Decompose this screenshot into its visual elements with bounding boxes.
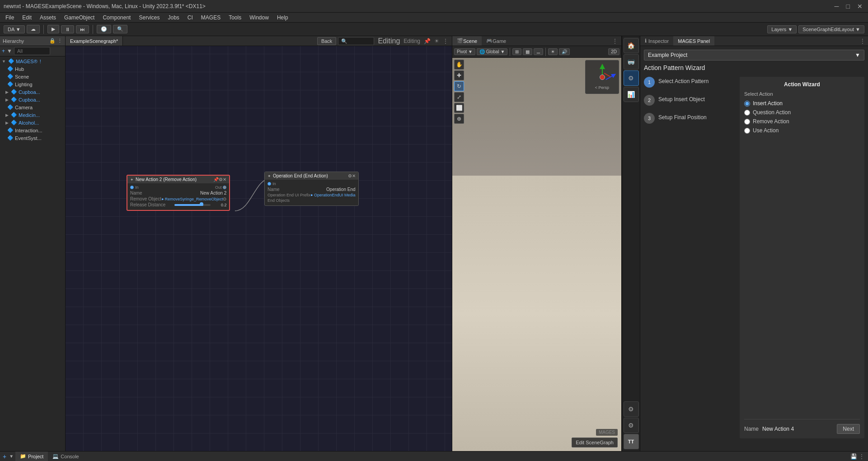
node2-prefix-value[interactable]: ● OperationEndUI Media [310,193,356,197]
pause-btn[interactable]: ⏸ [61,25,74,33]
mages-panel-tab[interactable]: MAGES Panel [673,36,714,46]
tool-rotate[interactable]: ↻ [454,81,464,91]
pivot-btn[interactable]: Pivot ▼ [454,48,475,55]
next-btn[interactable]: Next [837,424,860,434]
menu-edit[interactable]: Edit [19,14,35,22]
rect-tool[interactable]: ⊞ [512,48,521,55]
tool-scale[interactable]: ⤢ [454,92,464,102]
proj-more-icon[interactable]: ⋮ [859,453,864,460]
play-btn[interactable]: ▶ [47,25,59,33]
sg-settings-icon[interactable]: ☀ [434,38,439,44]
hierarchy-add-btn[interactable]: + [2,48,5,54]
hierarchy-search-input[interactable] [14,47,50,55]
tool-transform[interactable]: ⊕ [454,114,464,124]
proj-save-icon[interactable]: 💾 [850,453,857,460]
scene-tab-scene[interactable]: 🎬 Scene [452,36,482,46]
action-radio-question[interactable] [744,110,750,116]
window-controls[interactable]: ─ □ ✕ [833,3,864,10]
hier-item-medicine[interactable]: ▶ 🔷 Medicin... [0,111,65,119]
project-dropdown[interactable]: Example Project ▼ [644,50,864,61]
hier-item-interaction[interactable]: 🔷 Interaction... [0,126,65,134]
scene-graph-canvas[interactable]: ✦ New Action 2 (Remove Action) 📌 ⚙ ✕ In … [66,46,452,451]
action-option-insert[interactable]: Insert Action [744,100,860,107]
node1-settings[interactable]: ⚙ [219,177,223,182]
grid-tool[interactable]: ▦ [523,48,532,55]
menu-help[interactable]: Help [273,14,292,22]
sg-pin-icon[interactable]: 📌 [424,38,431,44]
hier-item-mages[interactable]: ▼ 🔷 MAGES® ! [0,57,65,65]
project-add-btn[interactable]: + [0,453,9,460]
light-btn[interactable]: ☀ [548,48,558,55]
node1-removeobj-value[interactable]: ● RemoveSyringe_RemoveObject [161,197,223,201]
menu-mages[interactable]: MAGES [197,14,224,22]
step-label-2[interactable]: Setup Insert Object [658,95,705,102]
action-option-question[interactable]: Question Action [744,109,860,116]
node1-out-port[interactable] [223,186,226,189]
action-radio-use[interactable] [744,128,750,134]
menu-jobs[interactable]: Jobs [164,14,183,22]
layers-btn[interactable]: Layers ▼ [767,25,797,33]
history-btn[interactable]: 🕐 [97,25,111,33]
global-btn[interactable]: 🌐 Global ▼ [477,48,507,55]
hierarchy-lock-icon[interactable]: 🔒 [49,38,56,44]
layout-btn[interactable]: SceneGraphEditLayout ▼ [798,25,864,33]
edit-scenegraph-btn[interactable]: Edit SceneGraph [572,438,618,447]
hier-item-lighting[interactable]: 🔷 Lighting [0,80,65,88]
menu-ci[interactable]: CI [184,14,197,22]
console-tab[interactable]: 💻 Console [48,452,83,461]
menu-file[interactable]: File [2,14,18,22]
close-btn[interactable]: ✕ [855,3,864,10]
avatar-icon-btn[interactable]: TT [624,434,639,449]
maximize-btn[interactable]: □ [845,3,852,10]
cloud-btn[interactable]: ☁ [27,25,40,33]
sg-node-remove-action[interactable]: ✦ New Action 2 (Remove Action) 📌 ⚙ ✕ In … [127,175,230,211]
action-radio-remove[interactable] [744,119,750,125]
project-tab[interactable]: 📁 Project [15,452,48,461]
menu-services[interactable]: Services [135,14,163,22]
inspector-tab[interactable]: ℹ Inspector [640,36,673,46]
search-btn[interactable]: 🔍 [113,25,127,33]
project-dropdown-btn[interactable]: ▼ [9,454,14,459]
node1-in-port[interactable] [130,186,134,189]
node1-removeobj-btn[interactable]: ⊙ [223,196,226,201]
back-btn[interactable]: Back [317,37,336,45]
tool-rect[interactable]: ⬜ [454,103,464,113]
node2-settings[interactable]: ⚙ [348,173,352,178]
menu-tools[interactable]: Tools [225,14,245,22]
scene-tab-game[interactable]: 🎮 Game [482,36,511,46]
node1-slider[interactable] [174,204,211,206]
node2-in-port[interactable] [267,182,271,186]
action-option-use[interactable]: Use Action [744,127,860,134]
action-option-remove[interactable]: Remove Action [744,118,860,125]
audio-btn[interactable]: 🔊 [559,48,570,55]
minimize-btn[interactable]: ─ [833,3,841,10]
node1-pin[interactable]: 📌 [213,177,219,182]
menu-component[interactable]: Component [99,14,134,22]
hier-item-alcohol[interactable]: ▶ 🔷 Alcohol... [0,119,65,126]
settings1-icon-btn[interactable]: ⚙ [624,401,639,417]
inspector-more[interactable]: ⋮ [860,38,865,44]
menu-window[interactable]: Window [246,14,272,22]
vr-icon-btn[interactable]: 🥽 [624,54,639,70]
settings2-icon-btn[interactable]: ⚙ [624,418,639,433]
sg-node-operation-end[interactable]: ✦ Operation End (End Action) ⚙ ✕ In Name [264,172,359,206]
hier-item-cupboard2[interactable]: ▶ 🔷 Cupboa... [0,96,65,103]
network-icon-btn[interactable]: ⚙ [624,70,639,86]
node2-close[interactable]: ✕ [352,173,356,178]
hier-item-hub[interactable]: 🔷 Hub [0,65,65,73]
sg-more-icon[interactable]: ⋮ [443,38,448,44]
chart-icon-btn[interactable]: 📊 [624,87,639,102]
da-dropdown[interactable]: DA ▼ [4,25,25,33]
step-btn[interactable]: ⏭ [76,25,89,33]
step-label-1[interactable]: Select Action Pattern [658,77,708,84]
tool-move[interactable]: ✚ [454,70,464,80]
scene-gizmo[interactable]: < Persp [585,60,619,94]
scene-tab-more[interactable]: ⋮ [612,38,618,44]
node1-close[interactable]: ✕ [223,177,226,182]
hierarchy-dropdown-btn[interactable]: ▼ [7,48,12,54]
menu-assets[interactable]: Assets [36,14,60,22]
snap-tool[interactable]: ⚊ [534,48,543,55]
hier-item-cupboard1[interactable]: ▶ 🔷 Cupboa... [0,88,65,96]
action-radio-insert[interactable] [744,101,750,107]
scene-graph-tab[interactable]: ExampleScenegraph* [66,36,123,46]
